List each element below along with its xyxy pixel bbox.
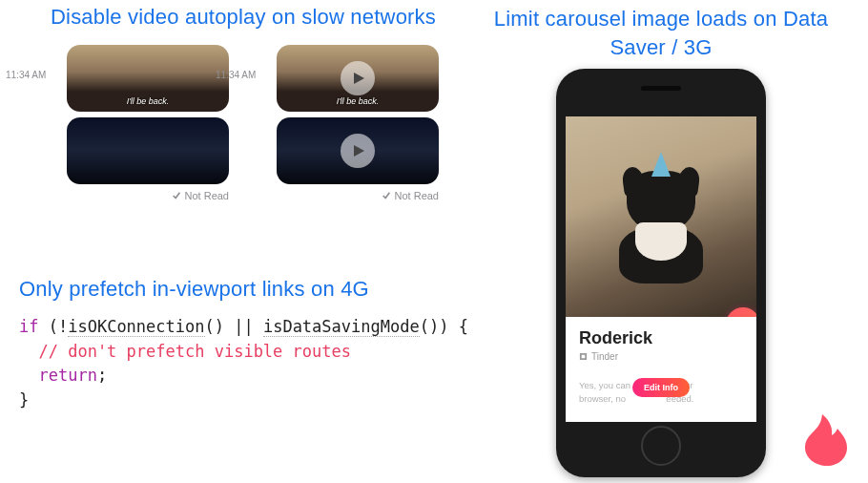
check-icon <box>382 191 391 200</box>
phone-mockup: Roderick Tinder Yes, you can in your bro… <box>556 69 766 477</box>
open-icon <box>579 352 588 361</box>
phone-screen: Roderick Tinder Yes, you can in your bro… <box>566 116 756 422</box>
check-icon <box>172 191 181 200</box>
profile-name: Roderick <box>579 328 743 348</box>
video-caption: I'll be back. <box>337 96 380 106</box>
video-bubble <box>67 117 229 184</box>
autoplay-comparison: 11:34 AM I'll be back. Not Read 11:34 AM… <box>19 39 467 201</box>
profile-source-label: Tinder <box>591 351 618 362</box>
timestamp: 11:34 AM <box>6 70 46 80</box>
read-status-label: Not Read <box>395 190 439 201</box>
prefetch-heading: Only prefetch in-viewport links on 4G <box>19 277 467 302</box>
code-text: ; <box>97 366 107 385</box>
profile-photo <box>566 116 756 317</box>
carousel-section: Limit carousel image loads on Data Saver… <box>475 5 847 477</box>
chat-column-noautoplay: 11:34 AM I'll be back. Not Read <box>258 39 439 201</box>
code-text: (! <box>38 317 68 336</box>
autoplay-section: Disable video autoplay on slow networks … <box>19 5 467 201</box>
read-status: Not Read <box>258 190 439 201</box>
video-bubble <box>277 117 439 184</box>
code-fn: isOKConnection <box>68 317 204 337</box>
video-bubble: I'll be back. <box>277 45 439 112</box>
code-fn: isDataSavingMode <box>263 317 420 337</box>
play-icon[interactable] <box>341 134 375 168</box>
code-snippet: if (!isOKConnection() || isDataSavingMod… <box>19 315 467 412</box>
video-bubble: I'll be back. <box>67 45 229 112</box>
profile-source: Tinder <box>579 351 743 362</box>
autoplay-heading: Disable video autoplay on slow networks <box>19 5 467 30</box>
code-comment: // don't prefetch visible routes <box>19 342 351 361</box>
prefetch-section: Only prefetch in-viewport links on 4G if… <box>19 277 467 412</box>
timestamp: 11:34 AM <box>216 70 256 80</box>
code-text: ()) { <box>420 317 468 336</box>
tinder-flame-icon <box>805 414 849 466</box>
read-status-label: Not Read <box>185 190 229 201</box>
dog-illustration <box>609 159 713 284</box>
profile-card: Roderick Tinder Yes, you can in your bro… <box>566 317 756 422</box>
code-keyword: return <box>19 366 97 385</box>
video-caption: I'll be back. <box>127 96 170 106</box>
edit-info-button[interactable]: Edit Info <box>632 378 690 397</box>
code-text: () || <box>205 317 263 336</box>
code-keyword: if <box>19 317 38 336</box>
chat-column-autoplay: 11:34 AM I'll be back. Not Read <box>48 39 229 201</box>
play-icon[interactable] <box>341 61 375 95</box>
code-text: } <box>19 390 29 410</box>
read-status: Not Read <box>48 190 229 201</box>
carousel-heading: Limit carousel image loads on Data Saver… <box>475 5 847 61</box>
